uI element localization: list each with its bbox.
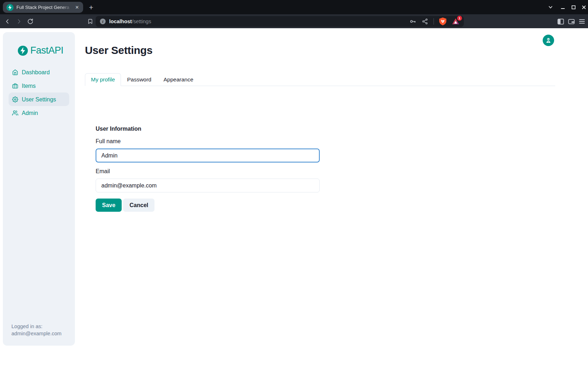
settings-tabs: My profile Password Appearance [85, 73, 555, 86]
sidebar-item-admin[interactable]: Admin [9, 106, 69, 120]
sidebar-item-label: Admin [22, 110, 38, 116]
cancel-button[interactable]: Cancel [123, 199, 154, 212]
brave-shield-icon[interactable] [439, 17, 446, 25]
url-host: localhost [109, 19, 132, 24]
close-window-button-icon[interactable] [579, 0, 588, 14]
gear-icon [12, 96, 18, 102]
app-page: FastAPI Dashboard Items User Settings Ad… [0, 28, 588, 366]
sidebar-panel-icon[interactable] [556, 17, 565, 26]
users-icon [12, 110, 18, 116]
user-astronaut-icon [545, 37, 552, 44]
forward-button-icon[interactable] [14, 17, 24, 26]
logged-in-label: Logged in as: [11, 323, 61, 330]
full-name-label: Full name [96, 138, 121, 145]
back-button-icon[interactable] [3, 17, 12, 26]
menu-hamburger-icon[interactable] [577, 17, 587, 26]
app-logo-text: FastAPI [30, 45, 64, 56]
url-path: /settings [132, 19, 151, 24]
user-avatar-button[interactable] [543, 35, 554, 46]
sidebar-nav: Dashboard Items User Settings Admin [9, 65, 69, 120]
rewards-badge: 1 [457, 16, 462, 21]
toolbar-divider [434, 18, 434, 25]
sidebar-item-items[interactable]: Items [9, 79, 69, 92]
minimize-button-icon[interactable] [558, 0, 567, 14]
tab-my-profile[interactable]: My profile [85, 73, 121, 86]
save-button[interactable]: Save [96, 199, 122, 212]
page-title: User Settings [85, 44, 153, 56]
logged-in-footer: Logged in as: admin@example.com [11, 323, 61, 337]
section-title: User Information [96, 126, 141, 132]
wallet-icon[interactable] [567, 17, 576, 26]
sidebar: FastAPI Dashboard Items User Settings Ad… [3, 32, 75, 346]
sidebar-item-label: Dashboard [22, 69, 50, 75]
sidebar-item-label: User Settings [22, 96, 56, 102]
browser-tab[interactable]: Full Stack Project Genera ✕ [3, 2, 83, 13]
home-icon [12, 69, 18, 75]
tab-strip: Full Stack Project Genera ✕ + [0, 0, 588, 14]
fastapi-logo-icon [18, 46, 28, 56]
email-input[interactable] [96, 179, 320, 192]
tab-title: Full Stack Project Genera [16, 5, 74, 10]
tab-password[interactable]: Password [121, 73, 157, 86]
brave-rewards-icon[interactable]: 1 [452, 17, 460, 25]
logged-in-email: admin@example.com [11, 330, 61, 337]
app-logo: FastAPI [18, 45, 75, 56]
sidebar-item-label: Items [22, 83, 36, 89]
reload-button-icon[interactable] [26, 17, 35, 26]
browser-chrome: Full Stack Project Genera ✕ + [0, 0, 588, 28]
sidebar-item-dashboard[interactable]: Dashboard [9, 65, 69, 79]
sidebar-item-user-settings[interactable]: User Settings [9, 92, 69, 106]
email-label: Email [96, 168, 110, 175]
full-name-input[interactable] [96, 149, 320, 162]
share-icon[interactable] [422, 18, 428, 25]
bookmark-icon[interactable] [86, 17, 95, 26]
fastapi-favicon-icon [6, 4, 14, 11]
tab-search-chevron-icon[interactable] [546, 0, 555, 14]
new-tab-button[interactable]: + [87, 3, 96, 12]
tab-close-icon[interactable]: ✕ [74, 4, 80, 11]
site-info-icon[interactable]: i [100, 19, 106, 24]
tab-appearance[interactable]: Appearance [157, 73, 199, 86]
browser-toolbar: i localhost/settings [0, 14, 588, 28]
url-bar[interactable]: i localhost/settings [96, 16, 464, 27]
maximize-button-icon[interactable] [569, 0, 578, 14]
password-key-icon[interactable] [409, 18, 416, 25]
briefcase-icon [12, 83, 18, 89]
